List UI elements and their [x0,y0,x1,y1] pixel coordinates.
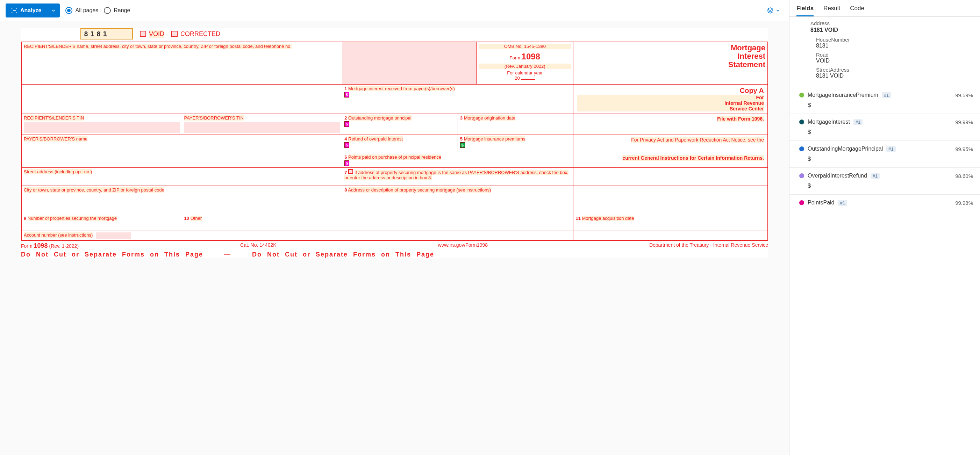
box-8: 8 Address or description of property sec… [342,186,573,214]
box-3: 3 Mortgage origination date [458,114,574,135]
dollar-icon: $ [344,160,349,166]
analyze-dropdown[interactable] [47,8,60,13]
analyze-label: Analyze [20,7,41,14]
document-viewer[interactable]: 8181 VOID CORRECTED RECIPIENT'S/LENDER [0,21,789,455]
field-name: MortgageInterest [808,119,850,125]
dollar-icon: $ [344,121,349,127]
field-confidence: 99.59% [955,92,973,98]
color-dot-icon [799,200,804,205]
city-state-zip: City or town, state or province, country… [22,186,342,214]
color-dot-icon [799,119,804,124]
layers-icon [767,7,774,14]
account-number: Account number (see instructions) [22,231,342,240]
layers-toggle[interactable] [767,7,784,14]
field-badge: #1 [853,119,862,125]
field-badge: #1 [838,200,847,206]
checkbox-icon [171,31,178,37]
field-card[interactable]: MortgageInsurancePremium#199.59%$ [789,87,980,114]
form-id-cell: OMB No. 1545-1380 Form 1098 (Rev. Januar… [477,42,573,84]
corrected-checkbox: CORRECTED [171,30,220,38]
field-confidence: 99.95% [955,146,973,152]
blank-cell [342,42,477,84]
radio-icon [104,7,111,14]
field-badge: #1 [882,92,891,98]
box-6: 6 Points paid on purchase of principal r… [342,153,573,167]
field-value: $ [808,128,973,136]
scan-icon [11,7,18,14]
chevron-down-icon [776,8,780,13]
toolbar: Analyze All pages Range [0,0,789,21]
checkbox-icon [348,169,353,174]
field-card[interactable]: MortgageInterest#199.99%$ [789,114,980,141]
dollar-icon: $ [344,92,349,97]
recipient-lender-block: RECIPIENT'S/LENDER'S name, street addres… [22,42,342,84]
color-dot-icon [799,93,804,97]
street-address: Street address (including apt. no.) [22,168,342,185]
tab-fields[interactable]: Fields [797,5,814,16]
results-panel: Fields Result Code Address 8181 VOID Hou… [789,0,980,455]
dollar-icon: $ [344,142,349,148]
field-card[interactable]: OverpaidInterestRefund#198.60%$ [789,168,980,195]
field-card[interactable]: PointsPaid#199.98% [789,195,980,211]
dollar-icon: $ [460,142,465,148]
void-checkbox: VOID [140,30,164,38]
all-pages-radio[interactable]: All pages [65,7,98,14]
range-radio[interactable]: Range [104,7,130,14]
box-5: 5 Mortgage insurance premiums $ [458,135,574,153]
color-dot-icon [799,173,804,178]
field-value: $ [808,102,973,109]
recipient-tin: RECIPIENT'S/LENDER'S TIN [22,114,182,135]
box-11: 11 Mortgage acquisition date [573,214,767,231]
box-10: 10 Other [182,214,343,231]
address-field[interactable]: Address 8181 VOID HouseNumber 8181 Road … [789,17,980,87]
copy-a-col: Copy A For Internal Revenue Service Cent… [573,84,767,114]
field-card[interactable]: OutstandingMortgagePrincipal#199.95%$ [789,141,980,168]
form-footer: Form 1098 (Rev. 1-2022) Cat. No. 14402K … [21,241,768,251]
box-1: 1 Mortgage interest received from payer(… [342,84,573,114]
payer-name: PAYER'S/BORROWER'S name [22,135,342,153]
form-1098: 8181 VOID CORRECTED RECIPIENT'S/LENDER [21,28,768,258]
checkbox-icon [140,31,146,37]
box-9: 9 Number of properties securing the mort… [22,214,182,231]
form-title-cell: Mortgage Interest Statement [573,42,767,84]
field-badge: #1 [886,146,896,152]
field-confidence: 98.60% [955,173,973,179]
analyze-button[interactable]: Analyze [6,3,60,17]
privacy-notice: For Privacy Act and Paperwork Reduction … [573,135,767,153]
field-name: OverpaidInterestRefund [808,173,867,179]
do-not-cut-notice: Do Not Cut or Separate Forms on This Pag… [21,251,768,258]
tab-code[interactable]: Code [850,5,864,16]
box-2: 2 Outstanding mortgage principal $ [342,114,458,135]
box-4: 4 Refund of overpaid interest $ [342,135,458,153]
field-confidence: 99.98% [955,200,973,206]
field-name: OutstandingMortgagePrincipal [808,146,883,152]
file-1096: File with Form 1096. [573,114,767,135]
box-7: 7 If address of property securing mortga… [342,168,573,185]
field-value: $ [808,182,973,189]
tab-result[interactable]: Result [823,5,840,16]
color-dot-icon [799,146,804,151]
panel-tabs: Fields Result Code [789,0,980,17]
ocr-code: 8181 [80,28,133,40]
field-badge: #1 [870,173,880,179]
field-value: $ [808,155,973,163]
payer-tin: PAYER'S/BORROWER'S TIN [182,114,343,135]
field-name: MortgageInsurancePremium [808,92,878,98]
field-name: PointsPaid [808,200,835,206]
field-confidence: 99.99% [955,119,973,125]
radio-icon [65,7,72,14]
